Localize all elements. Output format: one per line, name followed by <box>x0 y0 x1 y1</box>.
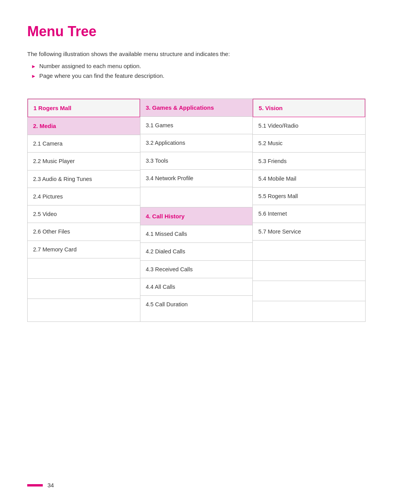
page-footer: 34 <box>27 482 54 488</box>
col3-item-5: 5.5 Rogers Mall <box>253 188 365 205</box>
bullet-text-1: Number assigned to each menu option. <box>39 63 141 69</box>
col2-item-9: 4.3 Received Calls <box>140 261 253 278</box>
col1-item-8: 2.7 Memory Card <box>28 241 140 258</box>
bullet-arrow-1: ► <box>31 63 36 69</box>
col1-item-7: 2.6 Other Files <box>28 223 140 241</box>
col2-item-7: 4.1 Missed Calls <box>140 225 253 243</box>
footer-page-number: 34 <box>47 482 54 488</box>
col2-item-10: 4.4 All Calls <box>140 278 253 296</box>
col1-item-4: 2.3 Audio & Ring Tunes <box>28 170 140 188</box>
col2-item-1: 3.1 Games <box>140 117 253 134</box>
col3-item-1: 5.1 Video/Radio <box>253 117 365 135</box>
col1-item-3: 2.2 Music Player <box>28 153 140 170</box>
col1-item-5: 2.4 Pictures <box>28 188 140 205</box>
col1-item-2: 2.1 Camera <box>28 135 140 153</box>
col2-item-8: 4.2 Dialed Calls <box>140 243 253 260</box>
col3-item-8 <box>253 241 365 261</box>
col1-item-11 <box>28 299 140 319</box>
menu-column-1: 1 Rogers Mall 2. Media 2.1 Camera 2.2 Mu… <box>28 99 140 321</box>
col2-item-11: 4.5 Call Duration <box>140 296 253 313</box>
page-container: Menu Tree The following illustration sho… <box>0 0 420 353</box>
col1-item-6: 2.5 Video <box>28 205 140 223</box>
intro-text: The following illustration shows the ava… <box>27 51 393 57</box>
menu-tree: 1 Rogers Mall 2. Media 2.1 Camera 2.2 Mu… <box>27 98 366 322</box>
col3-item-3: 5.3 Friends <box>253 153 365 170</box>
col3-item-11 <box>253 301 365 321</box>
col3-item-4: 5.4 Mobile Mail <box>253 170 365 188</box>
menu-column-2: 3. Games & Applications 3.1 Games 3.2 Ap… <box>140 99 253 321</box>
page-title: Menu Tree <box>27 23 393 40</box>
bullet-item-1: ► Number assigned to each menu option. <box>31 63 393 69</box>
bullet-text-2: Page where you can find the feature desc… <box>39 72 164 79</box>
col3-item-10 <box>253 281 365 301</box>
col2-item-3: 3.3 Tools <box>140 152 253 170</box>
col1-item-9 <box>28 258 140 279</box>
bullet-list: ► Number assigned to each menu option. ►… <box>27 63 393 79</box>
menu-column-3: 5. Vision 5.1 Video/Radio 5.2 Music 5.3 … <box>253 99 365 321</box>
col2-item-0: 3. Games & Applications <box>140 99 253 117</box>
col2-item-6: 4. Call History <box>140 207 253 225</box>
bullet-arrow-2: ► <box>31 73 36 79</box>
col3-item-9 <box>253 261 365 281</box>
col2-item-2: 3.2 Applications <box>140 134 253 152</box>
col1-item-10 <box>28 279 140 299</box>
col1-item-0: 1 Rogers Mall <box>28 99 140 117</box>
col2-item-4: 3.4 Network Profile <box>140 170 253 187</box>
col3-item-6: 5.6 Internet <box>253 205 365 223</box>
col2-item-5 <box>140 187 253 207</box>
footer-bar <box>27 484 43 486</box>
col3-item-2: 5.2 Music <box>253 135 365 152</box>
col1-item-1: 2. Media <box>28 117 140 135</box>
col3-item-7: 5.7 More Service <box>253 223 365 241</box>
col3-item-0: 5. Vision <box>253 99 365 117</box>
bullet-item-2: ► Page where you can find the feature de… <box>31 72 393 79</box>
